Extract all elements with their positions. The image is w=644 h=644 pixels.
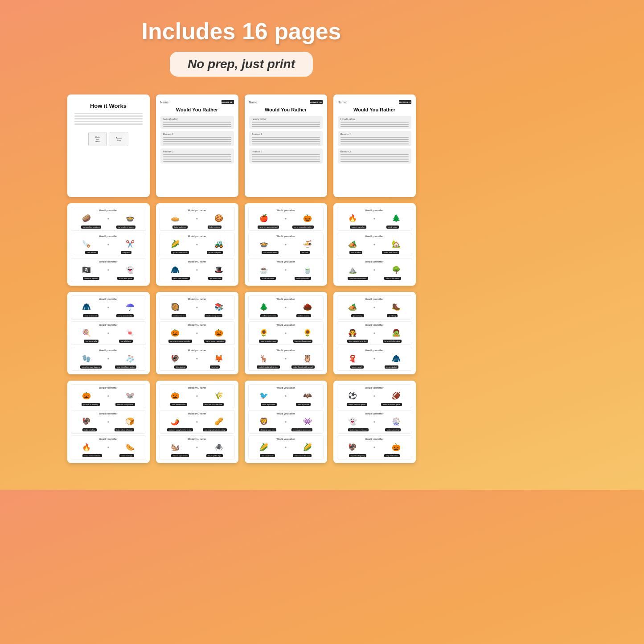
stamp-2: ANSWER KEY	[310, 100, 323, 104]
reason2-label-1: Reason 2	[163, 150, 231, 153]
page-title: Includes 16 pages	[142, 18, 341, 45]
stamp-3: ANSWER KEY	[399, 100, 411, 104]
activity-card-r3-c2: Would you rather🥘●📚make s'moresread a sc…	[156, 292, 238, 374]
activity-card-r2-c1: Would you rather🥔●🍲eat mashed potatoesea…	[67, 203, 150, 286]
activity-card-r4-c1: Would you rather🎃●🐭go trick-or-treatingw…	[67, 381, 150, 463]
activity-card-r3-c3: Would you rather🌲●🌰collect pineconescoll…	[245, 292, 327, 374]
sheet-title-3: Would You Rather	[338, 107, 411, 112]
desc-line-5	[74, 123, 143, 125]
how-it-works-card: How it Works WouldYouRather AnswerSheet	[67, 94, 150, 197]
i-would-rather-block-1: I would rather	[160, 116, 234, 129]
pages-grid: How it Works WouldYouRather AnswerSheet …	[67, 94, 416, 463]
activity-card-r4-c3: Would you rather🐦●🦇have a pet crowhave a…	[245, 381, 327, 463]
activity-card-r3-c4: Would you rather🏕️●🥾go campinggo hiking …	[333, 292, 416, 374]
i-would-rather-label-1: I would rather	[163, 118, 231, 120]
how-it-works-preview: WouldYouRather AnswerSheet	[74, 132, 143, 146]
activity-card-r2-c4: Would you rather🔥●🌲make a campfireclimb …	[333, 203, 416, 286]
desc-line-4	[74, 121, 143, 122]
preview-card-1: WouldYouRather	[88, 132, 107, 146]
sheet-title-2: Would You Rather	[249, 107, 323, 112]
reason1-block-1: Reason 1	[160, 131, 234, 146]
card-header-3: Name: ANSWER KEY	[338, 100, 411, 104]
reason2-block-1: Reason 2	[160, 148, 234, 164]
preview-card-2: AnswerSheet	[110, 132, 128, 146]
description-lines	[74, 113, 143, 125]
activity-card-r4-c2: Would you rather🎃●🌾stuff a scarecrowpeek…	[156, 381, 238, 463]
answer-sheet-card-2: Name: ANSWER KEY Would You Rather I woul…	[245, 94, 327, 197]
reason1-label-1: Reason 1	[163, 133, 231, 135]
i-would-rather-block-2: I would rather	[249, 116, 323, 129]
subtitle-badge: No prep, just print	[170, 52, 313, 77]
how-it-works-title: How it Works	[74, 103, 143, 109]
name-label-1: Name:	[160, 101, 170, 104]
stamp-1: ANSWER KEY	[222, 100, 234, 104]
activity-card-r3-c1: Would you rather🧥●☂️wear a raincoatcarry…	[67, 292, 150, 374]
desc-line-1	[74, 113, 143, 114]
reason2-block-3: Reason 2	[338, 148, 411, 164]
desc-line-3	[74, 118, 143, 119]
card-header-1: Name: ANSWER KEY	[160, 100, 234, 104]
answer-sheet-card-1: Name: ANSWER KEY Would You Rather I woul…	[156, 94, 238, 197]
sheet-title-1: Would You Rather	[160, 107, 234, 112]
activity-card-r2-c3: Would you rather🍎●🎃go to an apple orchar…	[245, 203, 327, 286]
reason1-block-3: Reason 1	[338, 131, 411, 146]
name-label-3: Name:	[338, 101, 347, 104]
activity-card-r2-c2: Would you rather🥧●🍪bake apple piebake co…	[156, 203, 238, 286]
reason1-block-2: Reason 1	[249, 131, 323, 146]
reason2-block-2: Reason 2	[249, 148, 323, 164]
i-would-rather-block-3: I would rather	[338, 116, 411, 129]
answer-sheet-card-3: Name: ANSWER KEY Would You Rather I woul…	[333, 94, 416, 197]
activity-card-r4-c4: Would you rather⚽●🏈watch a soccer gamewa…	[333, 381, 416, 463]
name-label-2: Name:	[249, 101, 258, 104]
card-header-2: Name: ANSWER KEY	[249, 100, 323, 104]
desc-line-2	[74, 115, 143, 117]
subtitle-text: No prep, just print	[188, 57, 295, 71]
